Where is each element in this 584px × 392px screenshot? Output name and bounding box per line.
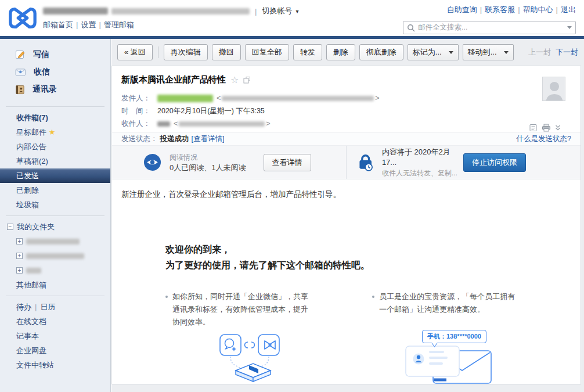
chevron-double-down-icon[interactable] — [555, 124, 561, 131]
mail-toolbar: « 返回 再次编辑 撤回 回复全部 转发 删除 彻底删除 标记为... 移动到.… — [111, 39, 584, 66]
bracket: < — [217, 92, 221, 105]
sidebar-todo-calendar: 待办|日历 — [0, 300, 110, 314]
nav-mail-home[interactable]: 邮箱首页 — [43, 20, 73, 29]
folder-name-redacted — [26, 239, 80, 244]
sidebar-folder-spam[interactable]: 垃圾箱 — [0, 197, 110, 212]
link-logout[interactable]: 退出 — [561, 5, 576, 14]
separator: | — [518, 5, 520, 14]
reply-all-button[interactable]: 回复全部 — [245, 44, 289, 60]
contacts-button[interactable]: 通讯录 — [0, 81, 110, 98]
sidebar-other-mailbox[interactable]: 其他邮箱 — [0, 278, 110, 292]
search-icon — [407, 24, 415, 32]
phone-tooltip: 手机：138****0000 — [422, 330, 486, 343]
separator: | — [35, 303, 37, 311]
sidebar-item-file-transfer[interactable]: 文件中转站 — [16, 361, 54, 369]
edit-again-button[interactable]: 再次编辑 — [164, 44, 208, 60]
read-status-section: 阅读情况 0人已阅读、1人未阅读 查看详情 — [112, 146, 347, 179]
open-in-new-window-icon[interactable] — [243, 76, 251, 84]
sidebar-folder-deleted[interactable]: 已删除 — [0, 183, 110, 197]
sidebar-folder-drafts[interactable]: 草稿箱(2) — [0, 154, 110, 168]
next-mail-link[interactable]: 下一封 — [556, 48, 578, 56]
illustration-employee-mailbox: 手机：138****0000 — [401, 332, 500, 390]
delete-forever-button[interactable]: 彻底删除 — [359, 44, 403, 60]
expand-icon[interactable] — [16, 267, 23, 274]
switch-account-link[interactable]: 切换帐号 — [262, 6, 292, 16]
header-nav: 邮箱首页|设置|管理邮箱 — [43, 20, 134, 30]
link-contact-support[interactable]: 联系客服 — [485, 5, 515, 14]
folder-name-redacted — [26, 253, 84, 259]
bullet-dot-icon — [372, 296, 374, 298]
stop-access-button[interactable]: 停止访问权限 — [463, 153, 526, 172]
compose-button[interactable]: 写信 — [0, 46, 110, 63]
forward-button[interactable]: 转发 — [293, 44, 322, 60]
switch-account-arrow-icon[interactable]: ▾ — [295, 8, 298, 15]
sidebar-custom-folder[interactable] — [0, 234, 110, 249]
sidebar-item-enterprise-drive[interactable]: 企业网盘 — [16, 346, 46, 355]
avatar-silhouette-icon — [543, 77, 565, 101]
read-status-stats: 0人已阅读、1人未阅读 — [170, 163, 246, 173]
print-icon[interactable] — [542, 124, 551, 132]
expand-icon[interactable] — [16, 253, 23, 259]
recipient-email-redacted — [179, 121, 265, 127]
mark-as-label: 标记为... — [413, 47, 442, 57]
separator: | — [76, 20, 78, 29]
account-name-redacted — [43, 8, 108, 15]
expire-line1: 内容将于 2020年2月17... — [382, 147, 463, 168]
inbox-envelope-icon — [15, 68, 26, 77]
sidebar-item-online-docs[interactable]: 在线文档 — [16, 317, 46, 326]
nav-settings[interactable]: 设置 — [81, 20, 96, 29]
search-placeholder: 邮件全文搜索... — [418, 23, 567, 33]
mail-search-input[interactable]: 邮件全文搜索... — [403, 21, 576, 34]
send-status-detail-link[interactable]: [查看详情] — [192, 134, 225, 144]
sidebar-folder-sent[interactable]: 已发送 — [0, 168, 110, 183]
mark-as-dropdown[interactable]: 标记为... — [408, 44, 459, 60]
note-icon[interactable] — [529, 124, 538, 132]
compose-label: 写信 — [33, 49, 49, 60]
back-button[interactable]: « 返回 — [117, 44, 153, 60]
welcome-line2: 为了更好的使用，请先了解下这个邮箱的特性吧。 — [165, 257, 370, 273]
favorite-star-icon[interactable]: ☆ — [230, 74, 239, 85]
sidebar-divider — [6, 215, 104, 216]
recipient-name-redacted — [157, 121, 170, 127]
sidebar-my-folders[interactable]: 我的文件夹 — [0, 220, 110, 234]
what-is-send-status-link[interactable]: 什么是发送状态? — [517, 134, 571, 144]
link-self-query[interactable]: 自助查询 — [447, 5, 477, 14]
search-options-arrow-icon[interactable] — [567, 26, 572, 29]
bullet-text: 员工是企业的宝贵资源，「每个员工拥有一个邮箱」让沟通更精准高效。 — [379, 290, 516, 316]
main-area: « 返回 再次编辑 撤回 回复全部 转发 删除 彻底删除 标记为... 移动到.… — [111, 39, 584, 392]
delete-button[interactable]: 删除 — [326, 44, 355, 60]
lock-clock-icon — [357, 153, 374, 172]
sidebar-folder-starred[interactable]: 星标邮件 ★ — [0, 125, 110, 139]
recall-button[interactable]: 撤回 — [212, 44, 241, 60]
separator: | — [480, 5, 482, 14]
collapse-icon[interactable] — [7, 224, 13, 230]
sidebar-divider — [6, 106, 104, 107]
sender-email-redacted — [222, 96, 374, 101]
mail-panel: 新版本腾讯企业邮产品特性 ☆ 发件人： < > 时 间： 2020年2月10日(… — [111, 66, 581, 384]
app-header: | 切换帐号 ▾ 邮箱首页|设置|管理邮箱 自助查询|联系客服|帮助中心|退出 … — [0, 0, 584, 36]
folder-name-redacted — [26, 268, 41, 274]
chevron-down-icon — [504, 51, 509, 54]
bullet-text: 如你所知，同时开通「企业微信」，共享通讯录和标签，有效降低管理成本，提升协同效率… — [172, 290, 309, 329]
view-read-details-button[interactable]: 查看详情 — [264, 154, 311, 171]
illustration-shared-contacts — [210, 332, 297, 387]
status-panel: 阅读情况 0人已阅读、1人未阅读 查看详情 内容将于 2020年2月17... … — [112, 145, 581, 179]
sidebar-item-calendar[interactable]: 日历 — [40, 303, 55, 311]
receive-mail-label: 收信 — [34, 67, 50, 77]
star-icon: ★ — [49, 128, 56, 136]
sidebar-custom-folder[interactable] — [0, 263, 110, 278]
sidebar-item-notebook[interactable]: 记事本 — [16, 332, 39, 340]
link-help-center[interactable]: 帮助中心 — [523, 5, 553, 14]
nav-manage-mailbox[interactable]: 管理邮箱 — [104, 20, 134, 29]
time-label: 时 间： — [121, 105, 157, 117]
receive-mail-button[interactable]: 收信 — [0, 63, 110, 81]
move-to-dropdown[interactable]: 移动到... — [463, 44, 514, 60]
expand-icon[interactable] — [16, 238, 23, 244]
previous-mail-link[interactable]: 上一封 — [528, 48, 551, 56]
sidebar-item-todo[interactable]: 待办 — [16, 303, 31, 311]
sidebar-folder-inbox[interactable]: 收件箱(7) — [0, 110, 110, 125]
meta-to-row: 收件人： < > — [121, 117, 381, 130]
sidebar-custom-folder[interactable] — [0, 249, 110, 263]
time-value: 2020年2月10日(星期一) 下午3:35 — [157, 105, 265, 117]
sidebar-folder-announcements[interactable]: 内部公告 — [0, 139, 110, 154]
